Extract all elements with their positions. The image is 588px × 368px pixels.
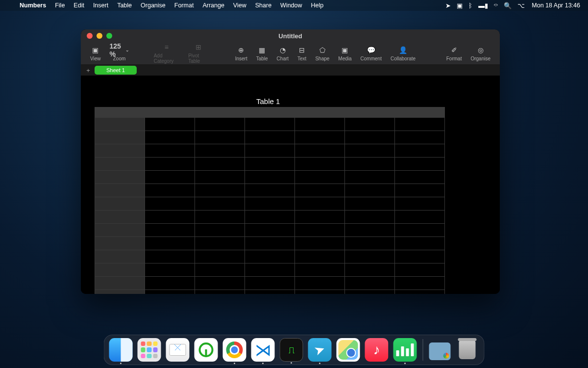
body-cell[interactable] (145, 144, 195, 158)
dock-keepass[interactable] (195, 338, 218, 362)
body-cell[interactable] (345, 224, 395, 237)
body-cell[interactable] (395, 118, 445, 131)
window-titlebar[interactable]: Untitled (81, 29, 500, 42)
body-cell[interactable] (345, 237, 395, 250)
column-header-cell[interactable] (95, 107, 145, 118)
dock-maps[interactable] (337, 338, 360, 362)
body-cell[interactable] (245, 171, 295, 184)
menu-file[interactable]: File (50, 2, 69, 9)
menu-insert[interactable]: Insert (89, 2, 113, 9)
body-cell[interactable] (345, 197, 395, 210)
body-cell[interactable] (345, 158, 395, 171)
body-cell[interactable] (245, 158, 295, 171)
body-cell[interactable] (295, 197, 345, 210)
toolbar-organise[interactable]: ◎Organise (466, 46, 495, 61)
body-cell[interactable] (345, 144, 395, 158)
row-header-cell[interactable] (95, 250, 145, 263)
body-cell[interactable] (145, 210, 195, 224)
body-cell[interactable] (245, 263, 295, 277)
body-cell[interactable] (345, 277, 395, 290)
menu-help[interactable]: Help (307, 2, 328, 9)
toolbar-shape[interactable]: ⬠Shape (311, 46, 334, 61)
body-cell[interactable] (295, 118, 345, 131)
body-cell[interactable] (345, 210, 395, 224)
dock-launchpad[interactable] (138, 338, 161, 362)
body-cell[interactable] (345, 184, 395, 197)
body-cell[interactable] (395, 158, 445, 171)
row-header-cell[interactable] (95, 158, 145, 171)
row-header-cell[interactable] (95, 144, 145, 158)
body-cell[interactable] (145, 263, 195, 277)
body-cell[interactable] (245, 277, 295, 290)
wifi-icon[interactable]: ⌔ (491, 2, 501, 9)
toolbar-comment[interactable]: 💬Comment (356, 46, 386, 61)
toolbar-zoom[interactable]: 125 %⌄ Zoom (105, 46, 134, 61)
body-cell[interactable] (395, 184, 445, 197)
display-icon[interactable]: ▣ (454, 2, 466, 9)
body-cell[interactable] (295, 131, 345, 144)
body-cell[interactable] (245, 144, 295, 158)
dock-vscode[interactable]: ⋊ (251, 338, 275, 362)
body-cell[interactable] (295, 263, 345, 277)
dock-trash[interactable] (456, 338, 479, 362)
body-cell[interactable] (245, 210, 295, 224)
dock-telegram[interactable]: ➤ (308, 338, 332, 362)
toolbar-chart[interactable]: ◔Chart (272, 46, 293, 61)
column-header-cell[interactable] (195, 107, 245, 118)
table-title[interactable]: Table 1 (256, 97, 280, 105)
row-header-cell[interactable] (95, 277, 145, 290)
body-cell[interactable] (245, 224, 295, 237)
battery-icon[interactable]: ▬▮ (475, 2, 491, 9)
body-cell[interactable] (195, 224, 245, 237)
dock-downloads-folder[interactable] (429, 342, 451, 360)
body-cell[interactable] (395, 224, 445, 237)
body-cell[interactable] (195, 118, 245, 131)
menu-organise[interactable]: Organise (136, 2, 170, 9)
body-cell[interactable] (295, 250, 345, 263)
row-header-cell[interactable] (95, 131, 145, 144)
column-header-cell[interactable] (395, 107, 445, 118)
body-cell[interactable] (345, 171, 395, 184)
body-cell[interactable] (145, 131, 195, 144)
body-cell[interactable] (395, 290, 445, 294)
body-cell[interactable] (195, 197, 245, 210)
row-header-cell[interactable] (95, 171, 145, 184)
body-cell[interactable] (295, 237, 345, 250)
body-cell[interactable] (195, 210, 245, 224)
body-cell[interactable] (145, 250, 195, 263)
row-header-cell[interactable] (95, 290, 145, 294)
toolbar-view[interactable]: ▣ View (86, 46, 105, 61)
body-cell[interactable] (195, 290, 245, 294)
body-cell[interactable] (195, 171, 245, 184)
body-cell[interactable] (195, 144, 245, 158)
body-cell[interactable] (245, 290, 295, 294)
column-header-cell[interactable] (295, 107, 345, 118)
dock-numbers[interactable] (393, 338, 417, 362)
menu-edit[interactable]: Edit (69, 2, 89, 9)
menu-arrange[interactable]: Arrange (198, 2, 228, 9)
body-cell[interactable] (245, 118, 295, 131)
menu-share[interactable]: Share (251, 2, 276, 9)
body-cell[interactable] (145, 237, 195, 250)
column-header-cell[interactable] (345, 107, 395, 118)
dock-activity-monitor[interactable]: ⎍ (280, 338, 303, 362)
row-header-cell[interactable] (95, 237, 145, 250)
toolbar-insert[interactable]: ⊕Insert (231, 46, 252, 61)
menubar-app-name[interactable]: Numbers (15, 2, 50, 9)
body-cell[interactable] (395, 210, 445, 224)
body-cell[interactable] (295, 171, 345, 184)
body-cell[interactable] (195, 158, 245, 171)
row-header-cell[interactable] (95, 224, 145, 237)
spreadsheet-table[interactable] (95, 107, 445, 294)
column-header-cell[interactable] (245, 107, 295, 118)
body-cell[interactable] (295, 224, 345, 237)
body-cell[interactable] (295, 290, 345, 294)
menu-window[interactable]: Window (276, 2, 306, 9)
body-cell[interactable] (245, 184, 295, 197)
spotlight-icon[interactable]: 🔍 (501, 2, 514, 9)
body-cell[interactable] (395, 144, 445, 158)
location-icon[interactable]: ➤ (442, 2, 454, 9)
toolbar-table[interactable]: ▦Table (252, 46, 272, 61)
toolbar-format[interactable]: ✐Format (442, 46, 466, 61)
body-cell[interactable] (395, 171, 445, 184)
